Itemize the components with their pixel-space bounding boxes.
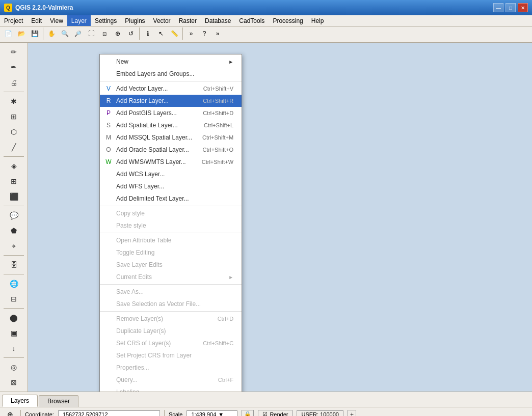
maximize-button[interactable]: □ (506, 3, 516, 12)
add-oracle-shortcut: Ctrl+Shift+O (203, 147, 234, 153)
menu-view[interactable]: View (46, 15, 67, 26)
menu-item-new[interactable]: New ► (100, 56, 242, 68)
user-label: USER: 100000 (297, 410, 343, 417)
measure2-btn[interactable]: ⬟ (7, 224, 21, 238)
identify-btn[interactable]: ℹ (142, 27, 154, 40)
labeling-icon (104, 387, 113, 392)
polygon-btn[interactable]: ⬡ (7, 125, 21, 139)
add-postgis-shortcut: Ctrl+Shift+D (203, 110, 233, 116)
menu-item-add-mssql[interactable]: M Add MSSQL Spatial Layer... Ctrl+Shift+… (100, 131, 242, 144)
scale-label: Scale (169, 411, 183, 417)
menu-layer[interactable]: Layer (67, 15, 91, 26)
menu-edit[interactable]: Edit (27, 15, 46, 26)
more-tools-btn[interactable]: » (185, 27, 197, 40)
labeling-label: Labeling (116, 389, 233, 392)
tab-layers[interactable]: Layers (2, 395, 38, 407)
left-sep-4 (4, 255, 24, 256)
scale-dropdown-icon[interactable]: ▼ (218, 411, 224, 417)
measure-btn[interactable]: 📏 (168, 27, 180, 40)
menu-item-add-postgis[interactable]: P Add PostGIS Layers... Ctrl+Shift+D (100, 107, 242, 119)
digitize-btn[interactable]: ✏ (7, 45, 21, 59)
menu-item-add-wms[interactable]: W Add WMS/WMTS Layer... Ctrl+Shift+W (100, 156, 242, 168)
save-btn[interactable]: 💾 (29, 27, 41, 40)
set-project-crs-label: Set Project CRS from Layer (116, 352, 233, 359)
render-button[interactable]: ☑ Render (258, 410, 292, 416)
tab-browser[interactable]: Browser (39, 395, 78, 407)
plugin5-btn[interactable]: ⊠ (7, 375, 21, 390)
menu-plugins[interactable]: Plugins (121, 15, 149, 26)
capture-btn[interactable]: ⌖ (7, 239, 21, 253)
grid-btn[interactable]: ⊞ (7, 174, 21, 188)
zoom-layer-btn[interactable]: ⊡ (98, 27, 111, 40)
paste-style-label: Paste style (116, 222, 233, 229)
menu-item-add-vector[interactable]: V Add Vector Layer... Ctrl+Shift+V (100, 82, 242, 95)
magnifier-btn[interactable]: + (348, 410, 356, 417)
layer-btn[interactable]: ⬛ (7, 189, 21, 204)
plugin2-btn[interactable]: ▣ (7, 326, 21, 340)
open-btn[interactable]: 📂 (15, 27, 28, 40)
new-label: New (116, 58, 224, 65)
menu-settings[interactable]: Settings (91, 15, 121, 26)
pan-btn[interactable]: ✋ (45, 27, 58, 40)
menu-item-add-wcs[interactable]: Add WCS Layer... (100, 168, 242, 180)
toolbar-sep-2 (139, 27, 140, 40)
add-mssql-icon: M (104, 133, 113, 142)
annotation-btn[interactable]: 💬 (7, 208, 21, 223)
add-postgis-label: Add PostGIS Layers... (116, 109, 193, 117)
add-postgis-icon: P (104, 108, 113, 118)
zoom-full-btn[interactable]: ⛶ (85, 27, 97, 40)
node-btn[interactable]: ◈ (7, 159, 21, 173)
query-shortcut: Ctrl+F (218, 377, 233, 383)
plugin3-btn[interactable]: ↓ (7, 341, 21, 355)
identify2-btn[interactable]: ✱ (7, 94, 21, 108)
refresh-btn[interactable]: ↺ (125, 27, 137, 40)
wms-btn[interactable]: 🌐 (7, 276, 21, 291)
lock-scale-btn[interactable]: 🔒 (242, 410, 254, 416)
more-btn2[interactable]: » (211, 27, 224, 40)
overview-btn[interactable]: ⊟ (7, 292, 21, 306)
add-raster-icon: R (104, 96, 113, 105)
menu-item-toggle-editing: Toggle Editing (100, 246, 242, 259)
menu-processing[interactable]: Processing (269, 15, 307, 26)
menu-item-add-wfs[interactable]: Add WFS Layer... (100, 180, 242, 192)
menu-item-add-spatialite[interactable]: S Add SpatiaLite Layer... Ctrl+Shift+L (100, 119, 242, 131)
status-gps-btn[interactable]: ⊕ (4, 408, 16, 417)
status-bar: ⊕ Coordinate: 1562732,5209712 Scale 1:43… (0, 407, 532, 416)
menu-cadtools[interactable]: CadTools (235, 15, 269, 26)
scale-value[interactable]: 1:439,904 ▼ (187, 410, 237, 417)
help-btn[interactable]: ? (198, 27, 210, 40)
toolbar-sep-1 (43, 27, 43, 40)
plugin4-btn[interactable]: ◎ (7, 360, 21, 374)
menu-item-embed-layers[interactable]: Embed Layers and Groups... (100, 68, 242, 80)
sep-after-embed (100, 81, 242, 81)
save-as-icon (104, 287, 113, 296)
add-spatialite-shortcut: Ctrl+Shift+L (204, 122, 233, 128)
menu-item-add-raster[interactable]: R Add Raster Layer... Ctrl+Shift+R (100, 95, 242, 107)
left-sep-6 (4, 308, 24, 309)
zoom-in-btn[interactable]: 🔍 (59, 27, 71, 40)
db-btn[interactable]: 🗄 (7, 258, 21, 272)
zoom-selection-btn[interactable]: ⊕ (112, 27, 124, 40)
app-title: QGIS 2.2.0-Valmiera (15, 4, 73, 11)
menu-item-add-delimited[interactable]: Add Delimited Text Layer... (100, 192, 242, 205)
zoom-out-btn[interactable]: 🔎 (72, 27, 84, 40)
menu-vector[interactable]: Vector (149, 15, 175, 26)
pencil-btn[interactable]: ✒ (7, 60, 21, 74)
menu-help[interactable]: Help (307, 15, 328, 26)
query-icon (104, 375, 113, 384)
menu-raster[interactable]: Raster (175, 15, 201, 26)
close-button[interactable]: ✕ (518, 3, 528, 12)
print-btn[interactable]: 🖨 (7, 75, 21, 90)
properties-icon (104, 363, 113, 372)
plugin1-btn[interactable]: ⬤ (7, 311, 21, 325)
minimize-button[interactable]: — (493, 3, 503, 12)
left-sep-3 (4, 206, 24, 206)
select-btn[interactable]: ↖ (155, 27, 167, 40)
title-bar-controls: — □ ✕ (493, 3, 528, 12)
select2-btn[interactable]: ⊞ (7, 109, 21, 124)
new-project-btn[interactable]: 📄 (2, 27, 14, 40)
menu-item-add-oracle[interactable]: O Add Oracle Spatial Layer... Ctrl+Shift… (100, 144, 242, 156)
menu-project[interactable]: Project (0, 15, 27, 26)
line-btn[interactable]: ╱ (7, 140, 21, 154)
menu-database[interactable]: Database (201, 15, 235, 26)
